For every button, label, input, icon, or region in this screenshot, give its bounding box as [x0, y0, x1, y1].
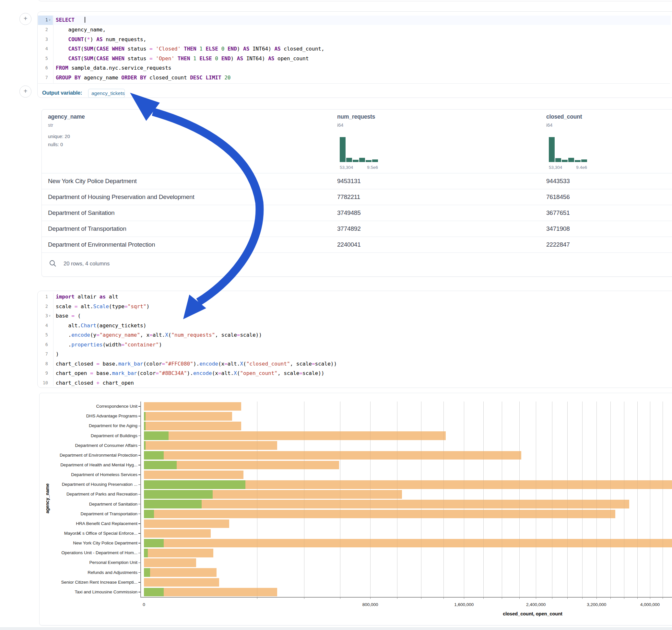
row-separator — [42, 252, 672, 253]
table-cell: 2240041 — [337, 241, 361, 248]
row-separator — [42, 189, 672, 189]
category-label: Personal Exemption Unit — [34, 560, 138, 565]
code-line: CAST(SUM(CASE WHEN status = 'Closed' THE… — [56, 44, 325, 54]
x-tick-label: 0 — [124, 602, 163, 607]
fold-chevron-icon[interactable]: ∨ — [49, 311, 51, 321]
table-cell: Department of Environmental Protection — [48, 241, 155, 248]
table-cell: 3471908 — [546, 225, 570, 232]
open-count-bar — [144, 490, 213, 499]
code-line: CAST(SUM(CASE WHEN status = 'Open' THEN … — [56, 54, 309, 64]
gridline-overlay — [663, 402, 663, 597]
line-number: 6 — [37, 63, 48, 73]
gridline-overlay — [370, 402, 370, 597]
line-number: 5 — [37, 54, 48, 64]
gridline-overlay — [397, 402, 398, 597]
code-line: FROM sample_data.nyc.service_requests — [56, 63, 171, 73]
histogram-bar — [359, 158, 365, 162]
histogram-bar — [340, 137, 345, 162]
code-line: .encode(y="agency_name", x=alt.X("num_re… — [56, 330, 262, 340]
fold-chevron-icon[interactable]: ∨ — [49, 15, 51, 25]
category-label: Department for the Aging — [34, 423, 138, 428]
open-count-bar — [144, 461, 177, 469]
code-line: SELECT — [56, 15, 85, 25]
gridline-overlay — [421, 402, 422, 597]
code-line: chart_closed = base.mark_bar(color="#FFC… — [56, 359, 337, 369]
gridline-overlay — [536, 402, 536, 597]
x-tick-label: 800,000 — [351, 602, 390, 607]
open-count-bar — [144, 421, 146, 430]
x-axis-title: closed_count, open_count — [468, 611, 597, 616]
open-count-bar — [144, 412, 146, 421]
table-cell: New York City Police Department — [48, 177, 137, 185]
code-line: agency_name, — [56, 25, 106, 35]
table-cell: 3749485 — [337, 209, 361, 217]
gridline-overlay — [552, 402, 552, 597]
gridline-overlay — [443, 402, 444, 597]
header-separator — [42, 173, 672, 173]
column-type: i64 — [546, 122, 552, 128]
table-cell: Department of Housing Preservation and D… — [48, 193, 194, 201]
column-header[interactable]: num_requests — [337, 114, 375, 120]
closed-count-bar — [144, 549, 213, 557]
code-line: import altair as alt — [56, 292, 118, 302]
histogram-bar — [575, 160, 581, 162]
line-number: 3 — [37, 311, 48, 321]
add-cell-button-top[interactable]: + — [20, 13, 31, 25]
line-number: 2 — [37, 25, 48, 35]
code-line: ) — [56, 349, 59, 359]
previous-cell-bottom-edge — [37, 0, 672, 1]
line-number: 8 — [37, 359, 48, 369]
sql-output-separator — [38, 83, 670, 83]
active-line-highlight — [53, 16, 671, 25]
row-separator — [42, 221, 672, 221]
line-number: 1 — [37, 15, 48, 25]
line-number: 7 — [37, 349, 48, 359]
histogram-bar — [346, 158, 352, 162]
sql-gutter-separator — [53, 16, 53, 83]
open-count-bar — [144, 480, 245, 489]
open-count-bar — [144, 441, 146, 450]
line-number: 9 — [37, 368, 48, 378]
closed-count-bar — [144, 529, 211, 538]
histogram-bar — [366, 160, 371, 162]
code-line: alt.Chart(agency_tickets) — [56, 321, 146, 331]
category-label: Correspondence Unit — [34, 404, 138, 409]
histogram-bar — [555, 158, 561, 162]
code-line: base = ( — [56, 311, 81, 321]
python-gutter-separator — [53, 293, 53, 386]
table-cell: 9453131 — [337, 177, 361, 185]
dataframe-preview-card — [42, 109, 672, 277]
gridline-overlay — [650, 402, 650, 597]
open-count-bar — [144, 510, 154, 518]
histogram-max-label: 9.5e6 — [340, 165, 378, 170]
closed-count-bar — [144, 519, 229, 528]
code-line: scale = alt.Scale(type="sqrt") — [56, 302, 149, 311]
x-tick-label: 2,400,000 — [517, 602, 555, 607]
column-header[interactable]: closed_count — [546, 114, 582, 120]
x-tick-label: 4,000,000 — [630, 602, 669, 607]
closed-count-bar — [144, 451, 521, 460]
column-header[interactable]: agency_name — [48, 114, 85, 120]
code-line: chart_closed + chart_open — [56, 378, 134, 388]
row-separator — [42, 237, 672, 237]
line-number: 2 — [37, 302, 48, 311]
closed-count-bar — [144, 558, 196, 567]
add-cell-button-below[interactable]: + — [20, 86, 31, 98]
gridline-overlay — [582, 402, 582, 597]
output-variable-pill[interactable]: agency_tickets — [88, 89, 125, 98]
column-stat: unique: 20 — [48, 134, 70, 139]
closed-count-bar — [144, 412, 232, 421]
open-count-bar — [144, 588, 164, 597]
code-line: .properties(width="container") — [56, 340, 162, 350]
search-icon[interactable] — [49, 259, 57, 268]
y-axis-title: agency_name — [45, 450, 50, 547]
gridline-overlay — [257, 402, 257, 597]
category-label: Taxi and Limousine Commission — [34, 589, 138, 595]
closed-count-bar — [144, 431, 446, 440]
histogram-bar — [581, 160, 587, 162]
table-cell: 3774892 — [337, 225, 361, 232]
histogram-bar — [568, 158, 574, 162]
gridline-overlay — [624, 402, 624, 597]
open-count-bar — [144, 549, 148, 557]
histogram-bar — [549, 137, 555, 162]
